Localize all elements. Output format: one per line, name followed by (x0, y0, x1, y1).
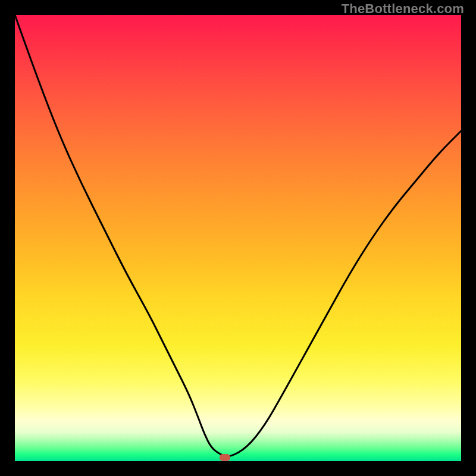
bottleneck-curve (15, 15, 461, 456)
chart-frame: TheBottleneck.com (0, 0, 476, 476)
plot-area (15, 15, 461, 461)
curve-svg (15, 15, 461, 461)
optimum-marker (220, 454, 230, 461)
